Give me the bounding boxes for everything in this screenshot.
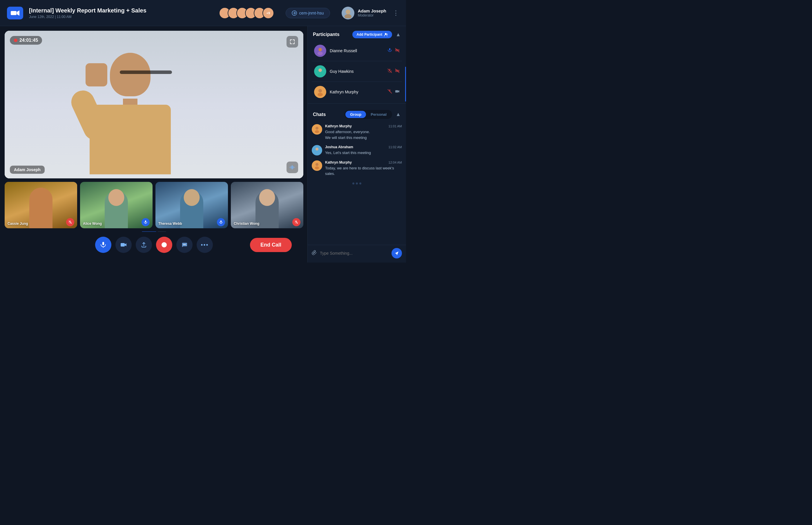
- svg-point-4: [344, 14, 351, 18]
- meeting-code-btn[interactable]: cem-jnmt-hsu: [286, 8, 330, 18]
- svg-rect-7: [292, 165, 293, 169]
- add-participant-label: Add Participant: [356, 32, 382, 36]
- user-more-icon[interactable]: ⋮: [393, 9, 399, 17]
- chat-msg-time-1: 11:01 AM: [388, 124, 402, 128]
- meeting-info: [Internal] Weekly Report Marketing + Sal…: [29, 7, 213, 19]
- expand-button[interactable]: [287, 36, 298, 48]
- divider-2: [312, 81, 402, 82]
- svg-rect-18: [102, 242, 104, 245]
- video-area: 24:01:45 Adam Joseph: [0, 26, 307, 262]
- video-button[interactable]: [116, 237, 132, 253]
- chat-msg-body-2: Joshua Abraham 11:02 AM Yes, Let's start…: [325, 145, 402, 156]
- svg-point-27: [318, 51, 323, 55]
- divider-1: [312, 61, 402, 61]
- participant-avatar-guy: [314, 65, 326, 77]
- svg-rect-6: [291, 166, 291, 168]
- t-head4: [259, 189, 275, 206]
- participants-title: Participants: [313, 32, 340, 37]
- chat-msg-meta-1: Kathryn Murphy 11:01 AM: [325, 124, 402, 128]
- chat-msg-name-3: Kathryn Murphy: [325, 161, 352, 164]
- svg-point-46: [315, 130, 319, 133]
- timer-value: 24:01:45: [19, 38, 38, 43]
- svg-rect-8: [293, 166, 294, 168]
- svg-point-45: [316, 127, 318, 130]
- svg-point-3: [346, 10, 350, 14]
- chat-messages: Kathryn Murphy 11:01 AM Good afternoon, …: [308, 122, 406, 245]
- mic-button[interactable]: [95, 237, 111, 253]
- svg-rect-14: [220, 221, 221, 223]
- main-video: 24:01:45 Adam Joseph: [5, 31, 303, 178]
- thumb-mic-alice: [141, 218, 150, 226]
- participant-dianne: Dianne Russell: [312, 42, 402, 60]
- tab-personal[interactable]: Personal: [366, 111, 391, 118]
- main-content: 24:01:45 Adam Joseph: [0, 26, 406, 262]
- chat-msg-text-1b: We will start this meeting: [325, 135, 402, 141]
- svg-marker-44: [398, 90, 399, 92]
- right-panel: Participants Add Participant ▲ Dianne Ru…: [307, 26, 406, 262]
- chat-header: Chats Group Personal ▲: [308, 106, 406, 122]
- chat-tabs: Group Personal: [344, 110, 392, 119]
- chat-send-button[interactable]: [392, 248, 402, 258]
- chat-msg-text-1a: Good afternoon, everyone.: [325, 129, 402, 135]
- svg-point-23: [184, 244, 185, 245]
- thumb-name-cassie: Cassie Jung: [7, 222, 28, 226]
- chat-avatar-kathryn-2: [312, 161, 322, 171]
- participant-guy: Guy Hawkins: [312, 62, 402, 80]
- mic-icon-guy: [387, 69, 392, 74]
- add-participant-button[interactable]: Add Participant: [352, 31, 392, 38]
- chat-title: Chats: [313, 112, 326, 117]
- sound-icon: [287, 162, 298, 173]
- headset: [120, 71, 172, 74]
- chat-button[interactable]: [176, 237, 193, 253]
- chat-input-field[interactable]: [320, 251, 388, 256]
- end-call-button[interactable]: End Call: [250, 238, 292, 252]
- chat-message-1: Kathryn Murphy 11:01 AM Good afternoon, …: [312, 124, 402, 140]
- thumb-theresa: Theresa Webb: [155, 182, 228, 228]
- svg-rect-9: [294, 167, 295, 168]
- svg-point-26: [318, 48, 322, 51]
- participants-collapse-button[interactable]: ▲: [396, 32, 401, 38]
- person-container: [84, 31, 177, 178]
- svg-point-40: [318, 93, 323, 96]
- participant-icons-kathryn: [387, 89, 400, 95]
- video-icon-kathryn: [395, 89, 400, 95]
- mic-icon-kathryn: [387, 89, 392, 95]
- chat-msg-text-3: Today, we are here to discuss last week'…: [325, 165, 402, 177]
- svg-rect-0: [11, 11, 17, 15]
- person-head: [110, 53, 151, 96]
- thumbnail-row: Cassie Jung Alice Wong: [5, 182, 303, 228]
- participant-name-guy: Guy Hawkins: [330, 69, 384, 74]
- svg-point-47: [316, 148, 318, 151]
- chat-collapse-button[interactable]: ▲: [396, 111, 401, 118]
- dot-1: [352, 182, 354, 184]
- thumb-mic-cassie: [66, 218, 74, 226]
- share-button[interactable]: [136, 237, 152, 253]
- chat-input-area: [308, 245, 406, 262]
- participant-avatar-kathryn: [314, 86, 326, 98]
- more-button[interactable]: •••: [197, 237, 213, 253]
- chat-message-2: Joshua Abraham 11:02 AM Yes, Let's start…: [312, 145, 402, 156]
- svg-rect-28: [389, 48, 390, 50]
- thumb-cassie: Cassie Jung: [5, 182, 77, 228]
- svg-rect-43: [395, 90, 398, 92]
- svg-point-25: [385, 33, 386, 35]
- svg-point-32: [318, 69, 322, 72]
- rec-dot: [14, 39, 17, 42]
- tab-group[interactable]: Group: [346, 111, 366, 118]
- thumb-mic-theresa: [217, 218, 225, 226]
- participant-name-kathryn: Kathryn Murphy: [330, 90, 384, 94]
- thumb-name-christian: Christian Wong: [234, 222, 259, 226]
- t-head2: [108, 189, 124, 206]
- t-head3: [184, 189, 200, 206]
- logo: [7, 7, 23, 19]
- chat-avatar-kathryn-1: [312, 124, 322, 135]
- controls-bar: ••• End Call: [5, 232, 303, 258]
- section-divider: [308, 103, 406, 104]
- record-button[interactable]: [156, 237, 172, 253]
- chat-typing-dots: [312, 182, 402, 184]
- participant-list: Dianne Russell Guy Hawkins: [308, 42, 406, 101]
- svg-point-24: [185, 244, 186, 245]
- participants-header: Participants Add Participant ▲: [308, 26, 406, 42]
- recording-timer: 24:01:45: [10, 36, 42, 45]
- participant-name-dianne: Dianne Russell: [330, 48, 384, 53]
